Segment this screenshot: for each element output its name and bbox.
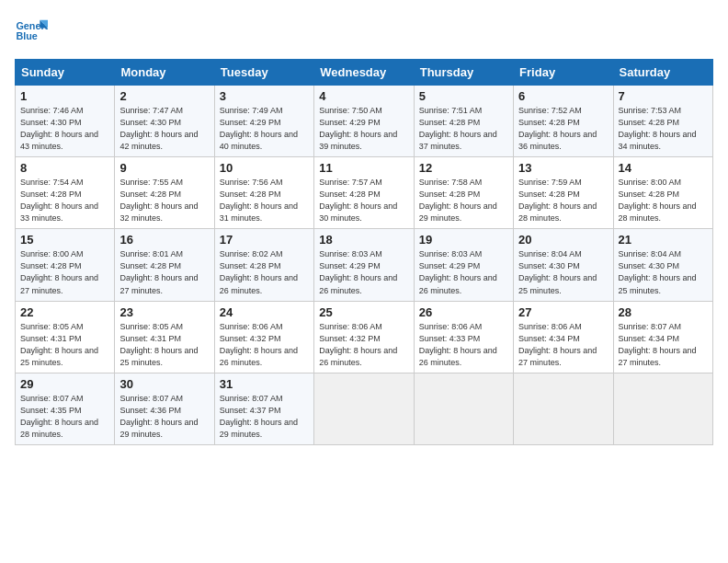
- day-info: Sunrise: 8:02 AMSunset: 4:28 PMDaylight:…: [220, 249, 298, 294]
- day-cell: 9 Sunrise: 7:55 AMSunset: 4:28 PMDayligh…: [115, 157, 214, 229]
- day-cell: 21 Sunrise: 8:04 AMSunset: 4:30 PMDaylig…: [613, 229, 712, 301]
- day-info: Sunrise: 8:06 AMSunset: 4:34 PMDaylight:…: [518, 322, 597, 367]
- day-number: 19: [419, 233, 508, 247]
- day-info: Sunrise: 8:07 AMSunset: 4:35 PMDaylight:…: [20, 394, 98, 439]
- day-number: 4: [319, 89, 408, 103]
- day-number: 30: [119, 377, 209, 391]
- day-cell: 11 Sunrise: 7:57 AMSunset: 4:28 PMDaylig…: [314, 157, 414, 229]
- day-cell: 17 Sunrise: 8:02 AMSunset: 4:28 PMDaylig…: [214, 229, 313, 301]
- day-info: Sunrise: 8:05 AMSunset: 4:31 PMDaylight:…: [20, 322, 98, 367]
- day-cell: 22 Sunrise: 8:05 AMSunset: 4:31 PMDaylig…: [16, 301, 115, 373]
- page-container: General Blue SundayMondayTuesdayWednesda…: [0, 0, 728, 453]
- day-number: 15: [20, 233, 109, 247]
- day-number: 10: [220, 161, 309, 175]
- day-info: Sunrise: 8:00 AMSunset: 4:28 PMDaylight:…: [619, 178, 697, 223]
- day-number: 31: [220, 377, 309, 391]
- weekday-header-friday: Friday: [514, 60, 613, 86]
- header-row: General Blue: [15, 15, 713, 48]
- day-cell: 16 Sunrise: 8:01 AMSunset: 4:28 PMDaylig…: [115, 229, 214, 301]
- weekday-header-thursday: Thursday: [414, 60, 513, 86]
- weekday-header-saturday: Saturday: [613, 60, 712, 86]
- day-number: 26: [419, 305, 508, 319]
- day-cell: 31 Sunrise: 8:07 AMSunset: 4:37 PMDaylig…: [214, 373, 313, 444]
- day-cell: 15 Sunrise: 8:00 AMSunset: 4:28 PMDaylig…: [16, 229, 115, 301]
- day-cell: 8 Sunrise: 7:54 AMSunset: 4:28 PMDayligh…: [16, 157, 115, 229]
- week-row-1: 1 Sunrise: 7:46 AMSunset: 4:30 PMDayligh…: [16, 86, 713, 157]
- day-number: 9: [119, 161, 209, 175]
- day-cell: 26 Sunrise: 8:06 AMSunset: 4:33 PMDaylig…: [414, 301, 513, 373]
- day-number: 16: [119, 233, 209, 247]
- day-cell: 6 Sunrise: 7:52 AMSunset: 4:28 PMDayligh…: [514, 86, 613, 157]
- day-number: 24: [220, 305, 309, 319]
- day-number: 6: [518, 89, 608, 103]
- day-cell: 3 Sunrise: 7:49 AMSunset: 4:29 PMDayligh…: [214, 86, 313, 157]
- day-number: 3: [220, 89, 309, 103]
- day-cell: [314, 373, 414, 444]
- day-info: Sunrise: 7:46 AMSunset: 4:30 PMDaylight:…: [20, 106, 98, 151]
- weekday-header-tuesday: Tuesday: [214, 60, 313, 86]
- day-number: 2: [119, 89, 209, 103]
- day-info: Sunrise: 7:52 AMSunset: 4:28 PMDaylight:…: [518, 106, 597, 151]
- day-cell: 4 Sunrise: 7:50 AMSunset: 4:29 PMDayligh…: [314, 86, 414, 157]
- day-cell: 7 Sunrise: 7:53 AMSunset: 4:28 PMDayligh…: [613, 86, 712, 157]
- day-number: 18: [319, 233, 408, 247]
- calendar-table: SundayMondayTuesdayWednesdayThursdayFrid…: [15, 59, 713, 445]
- day-info: Sunrise: 8:03 AMSunset: 4:29 PMDaylight:…: [419, 249, 497, 294]
- day-cell: 28 Sunrise: 8:07 AMSunset: 4:34 PMDaylig…: [613, 301, 712, 373]
- day-number: 12: [419, 161, 508, 175]
- day-number: 20: [518, 233, 608, 247]
- day-info: Sunrise: 7:56 AMSunset: 4:28 PMDaylight:…: [220, 178, 298, 223]
- day-number: 14: [619, 161, 708, 175]
- day-number: 5: [419, 89, 508, 103]
- day-info: Sunrise: 7:58 AMSunset: 4:28 PMDaylight:…: [419, 178, 497, 223]
- day-number: 21: [619, 233, 708, 247]
- day-number: 17: [220, 233, 309, 247]
- day-info: Sunrise: 7:59 AMSunset: 4:28 PMDaylight:…: [518, 178, 597, 223]
- day-info: Sunrise: 8:07 AMSunset: 4:36 PMDaylight:…: [119, 394, 198, 439]
- day-info: Sunrise: 8:06 AMSunset: 4:33 PMDaylight:…: [419, 322, 497, 367]
- day-info: Sunrise: 8:06 AMSunset: 4:32 PMDaylight:…: [319, 322, 397, 367]
- day-number: 29: [20, 377, 109, 391]
- day-number: 28: [619, 305, 708, 319]
- day-info: Sunrise: 8:06 AMSunset: 4:32 PMDaylight:…: [220, 322, 298, 367]
- day-cell: 24 Sunrise: 8:06 AMSunset: 4:32 PMDaylig…: [214, 301, 313, 373]
- svg-text:Blue: Blue: [16, 30, 37, 41]
- day-cell: 20 Sunrise: 8:04 AMSunset: 4:30 PMDaylig…: [514, 229, 613, 301]
- week-row-2: 8 Sunrise: 7:54 AMSunset: 4:28 PMDayligh…: [16, 157, 713, 229]
- day-info: Sunrise: 8:07 AMSunset: 4:37 PMDaylight:…: [220, 394, 298, 439]
- day-info: Sunrise: 8:01 AMSunset: 4:28 PMDaylight:…: [119, 249, 198, 294]
- day-cell: [514, 373, 613, 444]
- day-number: 11: [319, 161, 408, 175]
- weekday-header-monday: Monday: [115, 60, 214, 86]
- day-info: Sunrise: 7:50 AMSunset: 4:29 PMDaylight:…: [319, 106, 397, 151]
- weekday-header-wednesday: Wednesday: [314, 60, 414, 86]
- week-row-4: 22 Sunrise: 8:05 AMSunset: 4:31 PMDaylig…: [16, 301, 713, 373]
- day-info: Sunrise: 8:00 AMSunset: 4:28 PMDaylight:…: [20, 249, 98, 294]
- day-cell: 30 Sunrise: 8:07 AMSunset: 4:36 PMDaylig…: [115, 373, 214, 444]
- day-info: Sunrise: 7:54 AMSunset: 4:28 PMDaylight:…: [20, 178, 98, 223]
- day-cell: 29 Sunrise: 8:07 AMSunset: 4:35 PMDaylig…: [16, 373, 115, 444]
- day-number: 23: [119, 305, 209, 319]
- day-cell: [414, 373, 513, 444]
- day-info: Sunrise: 7:53 AMSunset: 4:28 PMDaylight:…: [619, 106, 697, 151]
- day-number: 22: [20, 305, 109, 319]
- day-cell: [613, 373, 712, 444]
- logo-icon: General Blue: [15, 15, 48, 48]
- day-number: 25: [319, 305, 408, 319]
- day-cell: 5 Sunrise: 7:51 AMSunset: 4:28 PMDayligh…: [414, 86, 513, 157]
- day-cell: 18 Sunrise: 8:03 AMSunset: 4:29 PMDaylig…: [314, 229, 414, 301]
- weekday-header-row: SundayMondayTuesdayWednesdayThursdayFrid…: [16, 60, 713, 86]
- day-cell: 10 Sunrise: 7:56 AMSunset: 4:28 PMDaylig…: [214, 157, 313, 229]
- day-cell: 13 Sunrise: 7:59 AMSunset: 4:28 PMDaylig…: [514, 157, 613, 229]
- day-cell: 1 Sunrise: 7:46 AMSunset: 4:30 PMDayligh…: [16, 86, 115, 157]
- day-cell: 2 Sunrise: 7:47 AMSunset: 4:30 PMDayligh…: [115, 86, 214, 157]
- day-info: Sunrise: 8:03 AMSunset: 4:29 PMDaylight:…: [319, 249, 397, 294]
- day-number: 8: [20, 161, 109, 175]
- week-row-5: 29 Sunrise: 8:07 AMSunset: 4:35 PMDaylig…: [16, 373, 713, 444]
- day-info: Sunrise: 7:47 AMSunset: 4:30 PMDaylight:…: [119, 106, 198, 151]
- day-info: Sunrise: 7:49 AMSunset: 4:29 PMDaylight:…: [220, 106, 298, 151]
- day-info: Sunrise: 7:55 AMSunset: 4:28 PMDaylight:…: [119, 178, 198, 223]
- week-row-3: 15 Sunrise: 8:00 AMSunset: 4:28 PMDaylig…: [16, 229, 713, 301]
- day-number: 27: [518, 305, 608, 319]
- day-cell: 12 Sunrise: 7:58 AMSunset: 4:28 PMDaylig…: [414, 157, 513, 229]
